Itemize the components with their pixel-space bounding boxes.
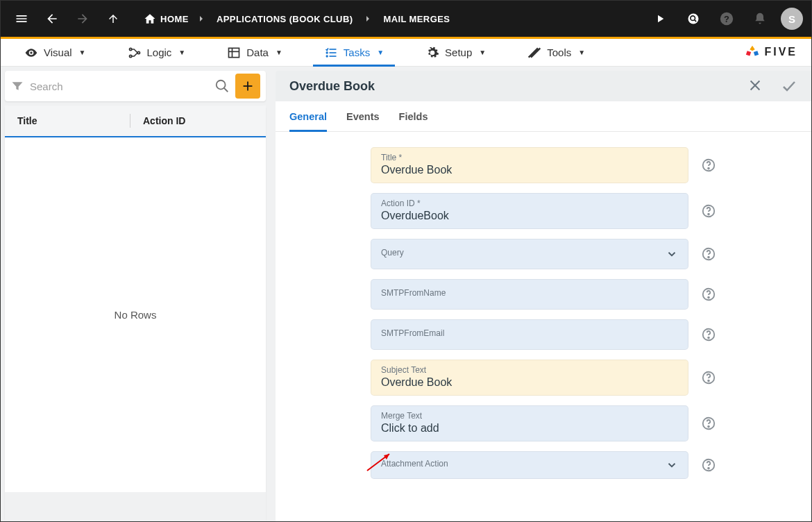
arrow-right-icon bbox=[76, 12, 90, 26]
subject-value: Overdue Book bbox=[381, 376, 678, 389]
main-tabs: Visual▼ Logic▼ Data▼ Tasks▼ Setup▼ Tools… bbox=[1, 39, 811, 67]
top-bar: HOME APPLICATIONS (BOOK CLUB) MAIL MERGE… bbox=[1, 1, 811, 37]
help-icon[interactable] bbox=[701, 203, 716, 219]
breadcrumb-home-label: HOME bbox=[160, 14, 189, 24]
tab-data[interactable]: Data▼ bbox=[216, 39, 294, 66]
arrow-left-icon bbox=[45, 12, 59, 26]
svg-point-0 bbox=[688, 14, 699, 24]
add-button[interactable] bbox=[235, 74, 260, 99]
notifications-button[interactable] bbox=[747, 6, 772, 31]
breadcrumb-home[interactable]: HOME bbox=[137, 12, 196, 25]
tasks-icon bbox=[324, 46, 338, 60]
col-title[interactable]: Title bbox=[5, 115, 130, 126]
detail-panel: Overdue Book General Events Fields Title… bbox=[270, 67, 811, 521]
query-field[interactable]: Query bbox=[371, 239, 688, 269]
chevron-right-icon bbox=[362, 13, 373, 24]
chevron-down-icon: ▼ bbox=[79, 49, 86, 56]
svg-text:?: ? bbox=[724, 14, 729, 24]
subject-field[interactable]: Subject Text Overdue Book bbox=[371, 360, 688, 396]
brand-logo-icon bbox=[745, 44, 760, 60]
smtp-email-label: SMTPFromEmail bbox=[381, 328, 678, 338]
svg-point-6 bbox=[129, 48, 131, 50]
list-empty-state: No Rows bbox=[5, 137, 266, 492]
form-area: Title * Overdue Book Action ID * Overdue… bbox=[276, 132, 811, 521]
merge-text-label: Merge Text bbox=[381, 411, 678, 421]
hamburger-icon bbox=[15, 12, 28, 26]
action-id-field[interactable]: Action ID * OverdueBook bbox=[371, 193, 688, 229]
svg-point-36 bbox=[708, 468, 709, 469]
svg-point-32 bbox=[708, 380, 709, 382]
chevron-right-icon bbox=[196, 13, 207, 24]
help-icon[interactable] bbox=[701, 370, 716, 385]
help-icon[interactable] bbox=[701, 246, 716, 262]
chevron-down-icon: ▼ bbox=[479, 49, 486, 56]
svg-point-34 bbox=[708, 426, 709, 428]
chevron-down-icon: ▼ bbox=[276, 49, 282, 56]
svg-point-17 bbox=[217, 81, 226, 90]
action-id-value: OverdueBook bbox=[381, 210, 678, 222]
save-button[interactable] bbox=[781, 78, 797, 94]
list-panel: Title Action ID No Rows bbox=[1, 67, 270, 521]
subtab-fields[interactable]: Fields bbox=[399, 101, 428, 131]
svg-point-24 bbox=[708, 214, 709, 215]
detail-header: Overdue Book bbox=[276, 71, 811, 101]
svg-point-28 bbox=[708, 297, 709, 298]
attachment-field[interactable]: Attachment Action bbox=[371, 451, 688, 479]
tools-icon bbox=[527, 46, 541, 60]
help-icon[interactable] bbox=[701, 416, 716, 431]
arrow-up-icon bbox=[107, 12, 119, 25]
chevron-down-icon: ▼ bbox=[178, 49, 185, 56]
attachment-label: Attachment Action bbox=[381, 459, 678, 469]
merge-text-field[interactable]: Merge Text Click to add bbox=[371, 405, 688, 441]
svg-point-30 bbox=[708, 337, 709, 339]
svg-point-22 bbox=[708, 168, 709, 169]
list-footer bbox=[5, 492, 266, 521]
menu-button[interactable] bbox=[9, 6, 34, 31]
gear-icon bbox=[425, 46, 439, 60]
query-label: Query bbox=[381, 248, 678, 258]
tab-logic[interactable]: Logic▼ bbox=[117, 39, 197, 66]
breadcrumb-item-applications[interactable]: APPLICATIONS (BOOK CLUB) bbox=[207, 14, 362, 24]
col-action-id[interactable]: Action ID bbox=[130, 115, 198, 126]
action-id-label: Action ID * bbox=[381, 199, 678, 208]
subject-label: Subject Text bbox=[381, 365, 678, 375]
help-icon[interactable] bbox=[701, 457, 716, 473]
help-icon[interactable] bbox=[701, 327, 716, 342]
tab-tools[interactable]: Tools▼ bbox=[516, 39, 596, 66]
tab-tasks[interactable]: Tasks▼ bbox=[313, 39, 395, 66]
filter-icon[interactable] bbox=[10, 79, 24, 93]
smtp-email-field[interactable]: SMTPFromEmail bbox=[371, 319, 688, 350]
svg-point-5 bbox=[30, 51, 32, 53]
help-icon[interactable] bbox=[701, 287, 716, 302]
title-label: Title * bbox=[381, 153, 678, 162]
title-field[interactable]: Title * Overdue Book bbox=[371, 147, 688, 183]
help-icon: ? bbox=[719, 11, 734, 26]
list-header: Title Action ID bbox=[5, 106, 266, 137]
avatar[interactable]: S bbox=[781, 8, 803, 30]
title-value: Overdue Book bbox=[381, 164, 678, 176]
subtab-events[interactable]: Events bbox=[346, 101, 380, 131]
breadcrumb-item-mailmerges[interactable]: MAIL MERGES bbox=[373, 14, 459, 24]
up-button[interactable] bbox=[101, 6, 126, 31]
close-button[interactable] bbox=[747, 78, 763, 93]
run-button[interactable] bbox=[648, 6, 673, 31]
subtab-general[interactable]: General bbox=[289, 101, 327, 131]
back-button[interactable] bbox=[40, 6, 65, 31]
svg-point-16 bbox=[326, 56, 328, 57]
chevron-down-icon bbox=[666, 248, 678, 260]
help-top-button[interactable]: ? bbox=[714, 6, 739, 31]
search-icon[interactable] bbox=[214, 78, 230, 94]
svg-point-15 bbox=[326, 52, 328, 53]
page-title: Overdue Book bbox=[289, 79, 375, 94]
svg-point-26 bbox=[708, 257, 709, 258]
smtp-name-field[interactable]: SMTPFromName bbox=[371, 279, 688, 310]
search-input[interactable] bbox=[30, 81, 209, 92]
home-icon bbox=[144, 12, 156, 25]
tab-setup[interactable]: Setup▼ bbox=[414, 39, 497, 66]
tab-visual[interactable]: Visual▼ bbox=[13, 39, 97, 66]
merge-text-value: Click to add bbox=[381, 422, 678, 435]
search-top-button[interactable] bbox=[681, 6, 706, 31]
help-icon[interactable] bbox=[701, 158, 716, 173]
chevron-down-icon: ▼ bbox=[377, 49, 384, 56]
list-container: Title Action ID No Rows bbox=[5, 106, 266, 521]
